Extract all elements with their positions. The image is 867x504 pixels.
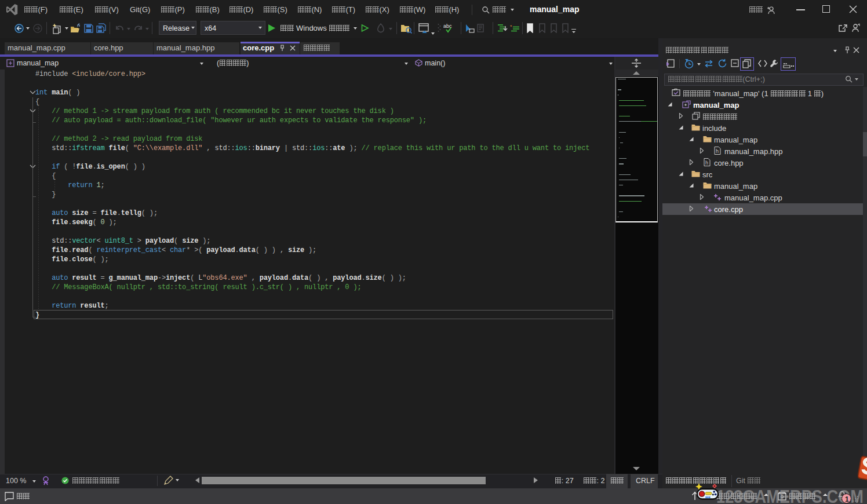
svg-text:h: h (705, 160, 708, 166)
svg-text:*: * (510, 24, 512, 30)
svg-text:h: h (716, 148, 719, 154)
